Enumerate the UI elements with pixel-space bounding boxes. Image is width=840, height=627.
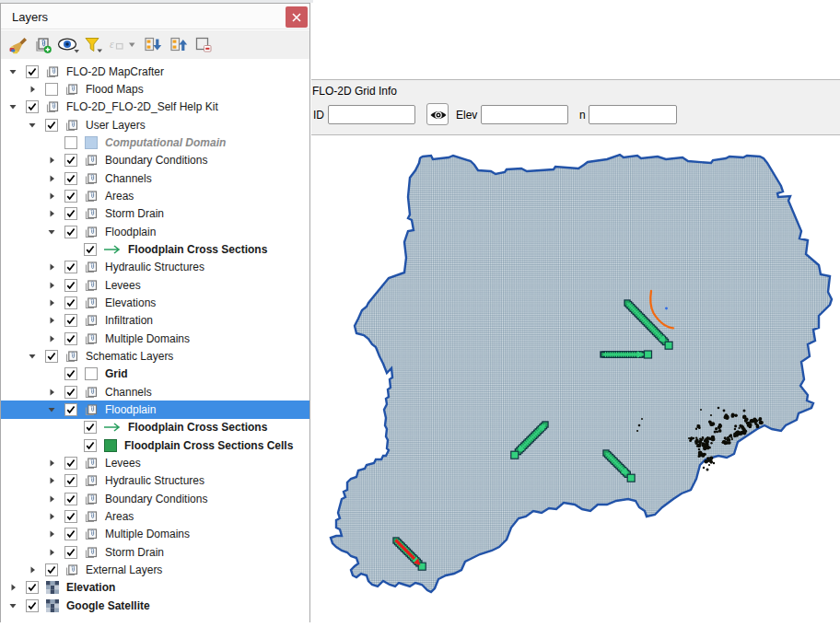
- svg-text:ε: ε: [110, 38, 114, 51]
